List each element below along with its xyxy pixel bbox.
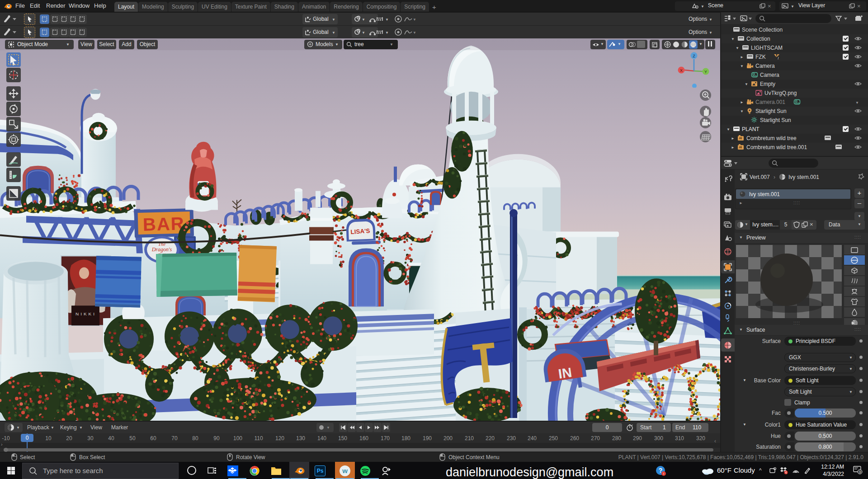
svg-text:!: ! [663, 472, 664, 476]
svg-text:Z: Z [693, 54, 695, 58]
svg-text:Y: Y [704, 70, 707, 74]
svg-text:3: 3 [859, 470, 861, 474]
svg-text:BAR: BAR [142, 213, 185, 234]
svg-text:X: X [680, 68, 683, 73]
svg-text:Dragon's: Dragon's [151, 246, 172, 253]
svg-text:4: 4 [785, 471, 787, 474]
svg-text:NIKKI: NIKKI [75, 311, 96, 316]
svg-text:IN: IN [557, 365, 573, 381]
svg-text:2: 2 [778, 56, 779, 60]
svg-text:LISA'S: LISA'S [350, 227, 370, 235]
